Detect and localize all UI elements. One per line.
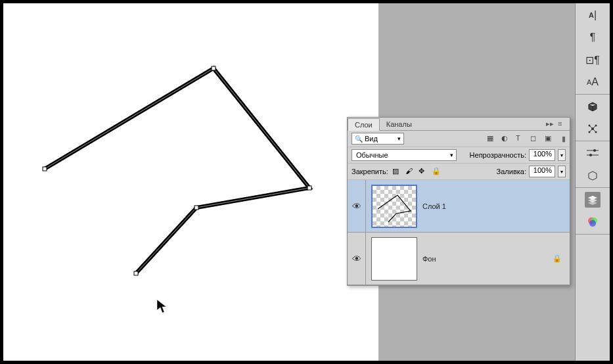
opacity-label: Непрозрачность: (470, 151, 526, 159)
fill-label: Заливка: (497, 168, 526, 175)
pen-cursor (156, 298, 171, 314)
fill-input[interactable]: 100% (529, 166, 555, 177)
lock-position-icon[interactable]: ✥ (419, 167, 428, 176)
svg-rect-3 (194, 206, 198, 210)
character-panel-icon[interactable]: A| (585, 7, 601, 23)
opacity-input[interactable]: 100% (529, 149, 555, 161)
layer-thumbnail[interactable] (371, 237, 417, 281)
filter-smart-icon[interactable]: ▣ (545, 134, 554, 143)
visibility-toggle-icon[interactable]: 👁 (352, 201, 361, 212)
filter-adjustment-icon[interactable]: ◐ (501, 134, 511, 143)
filter-toggle[interactable]: ▮ (562, 135, 566, 143)
lock-indicator-icon: 🔒 (553, 254, 562, 263)
canvas[interactable] (3, 3, 378, 361)
right-dock: A| ¶ ⊡¶ AA (575, 3, 610, 361)
character-styles-icon[interactable]: AA (585, 74, 601, 90)
visibility-toggle-icon[interactable]: 👁 (352, 254, 361, 264)
svg-rect-2 (307, 186, 311, 190)
lock-label: Закрепить: (352, 168, 388, 175)
svg-rect-4 (134, 271, 138, 275)
paragraph-panel-icon[interactable]: ¶ (585, 30, 601, 45)
adjustments-panel-icon[interactable] (585, 168, 601, 183)
channels-panel-icon[interactable] (585, 214, 601, 230)
vector-path[interactable] (3, 3, 378, 361)
svg-point-15 (589, 154, 592, 156)
layer-thumbnail[interactable] (371, 185, 417, 228)
filter-type-label: Вид (365, 135, 378, 143)
filter-shape-icon[interactable]: ◻ (530, 134, 539, 143)
search-icon: 🔍 (355, 135, 363, 143)
layer-name[interactable]: Слой 1 (422, 202, 570, 210)
fill-dropdown-icon[interactable]: ▾ (558, 166, 566, 177)
3d-scene-icon[interactable] (585, 121, 601, 137)
lock-all-icon[interactable]: 🔒 (432, 167, 441, 176)
lock-transparency-icon[interactable]: ▨ (392, 167, 401, 176)
svg-point-18 (589, 220, 596, 227)
properties-panel-icon[interactable] (585, 145, 601, 161)
tab-channels[interactable]: Каналы (380, 118, 419, 130)
layers-panel-icon[interactable] (585, 192, 601, 208)
filter-pixel-icon[interactable]: ▦ (487, 134, 496, 143)
layers-panel: Слои Каналы ▸▸ ≡ 🔍 Вид ▾ ▦ ◐ T ◻ ▣ ▮ Обы… (347, 117, 570, 286)
blend-mode-value: Обычные (356, 151, 388, 159)
lock-pixels-icon[interactable]: 🖌 (405, 167, 415, 176)
layers-list: 👁 Слой 1 👁 Фон 🔒 (348, 180, 570, 285)
layer-name[interactable]: Фон (422, 255, 553, 263)
svg-rect-1 (212, 66, 216, 70)
3d-panel-icon[interactable] (585, 99, 601, 114)
panel-menu-icon[interactable]: ≡ (558, 120, 567, 129)
glyphs-panel-icon[interactable]: ⊡¶ (585, 52, 601, 68)
svg-rect-0 (43, 167, 47, 171)
svg-point-14 (593, 149, 596, 152)
filter-type-icon[interactable]: T (516, 134, 525, 143)
layer-row[interactable]: 👁 Фон 🔒 (348, 233, 570, 285)
layer-filter-select[interactable]: 🔍 Вид ▾ (352, 133, 404, 145)
tab-layers[interactable]: Слои (348, 118, 380, 131)
layer-row[interactable]: 👁 Слой 1 (348, 180, 570, 233)
blend-mode-select[interactable]: Обычные (352, 149, 457, 161)
panel-collapse-icon[interactable]: ▸▸ (546, 120, 555, 129)
opacity-dropdown-icon[interactable]: ▾ (558, 149, 566, 161)
